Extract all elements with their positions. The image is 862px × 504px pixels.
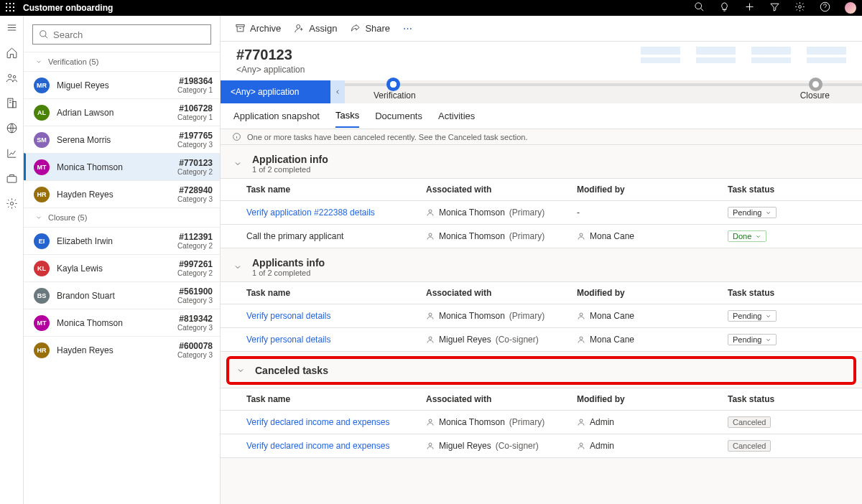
bpf-label: Verification bbox=[374, 90, 416, 101]
svg-point-9 bbox=[8, 75, 11, 78]
bpf-active-stage[interactable]: <Any> application bbox=[221, 80, 330, 103]
tab-activities[interactable]: Activities bbox=[438, 105, 475, 127]
modified-by: Mona Cane bbox=[577, 335, 728, 345]
search-input[interactable] bbox=[53, 29, 205, 40]
customer-name: Monica Thomson bbox=[57, 318, 170, 328]
main-area: Archive Assign Share ⋯ #770123 <Any> app… bbox=[221, 16, 862, 504]
status-badge[interactable]: Canceled bbox=[728, 416, 771, 428]
customer-id: #561900 bbox=[177, 286, 213, 297]
list-item[interactable]: MR Miguel Reyes #198364Category 1 bbox=[24, 71, 220, 98]
task-link[interactable]: Verify declared income and expenses bbox=[246, 441, 389, 451]
list-item[interactable]: SM Serena Morris #197765Category 3 bbox=[24, 126, 220, 153]
section-canceled-tasks[interactable]: Canceled tasks bbox=[229, 359, 853, 382]
svg-point-25 bbox=[429, 210, 432, 213]
list-item[interactable]: KL Kayla Lewis #997261Category 2 bbox=[24, 254, 220, 281]
status-badge[interactable]: Pending bbox=[728, 334, 777, 345]
avatar[interactable] bbox=[845, 2, 856, 14]
menu-icon[interactable] bbox=[6, 22, 18, 37]
modified-by: Mona Cane bbox=[577, 231, 728, 241]
chevron-down-icon bbox=[233, 263, 242, 271]
plus-icon[interactable] bbox=[744, 1, 755, 14]
list-item[interactable]: AL Adrian Lawson #106728Category 1 bbox=[24, 98, 220, 126]
list-item[interactable]: MT Monica Thomson #770123Category 2 bbox=[24, 153, 220, 180]
associated-with: Miguel Reyes (Co-signer) bbox=[426, 335, 577, 345]
section-application-info[interactable]: Application info1 of 2 completed bbox=[221, 145, 862, 178]
svg-point-28 bbox=[429, 313, 432, 316]
group-label: Verification (5) bbox=[48, 57, 98, 66]
search-icon[interactable] bbox=[694, 1, 705, 14]
gear-icon[interactable] bbox=[794, 1, 805, 14]
filter-icon[interactable] bbox=[769, 1, 780, 14]
status-badge[interactable]: Pending bbox=[728, 310, 777, 322]
customer-name: Brandon Stuart bbox=[57, 291, 170, 301]
avatar: MT bbox=[34, 159, 50, 175]
app-title: Customer onboarding bbox=[23, 3, 113, 13]
tab-documents[interactable]: Documents bbox=[375, 105, 422, 127]
list-item[interactable]: EI Elizabeth Irwin #112391Category 2 bbox=[24, 227, 220, 254]
page-title: #770123 bbox=[236, 47, 305, 63]
customer-category: Category 3 bbox=[177, 351, 213, 359]
help-icon[interactable] bbox=[820, 1, 830, 14]
bpf-node-verification[interactable] bbox=[386, 78, 400, 91]
svg-point-0 bbox=[695, 3, 702, 9]
page-subtitle: <Any> application bbox=[236, 65, 305, 75]
table-row: Verify application #222388 details Monic… bbox=[221, 201, 862, 225]
list-item[interactable]: MT Monica Thomson #819342Category 3 bbox=[24, 309, 220, 336]
section-applicants-info[interactable]: Applicants info1 of 2 completed bbox=[221, 248, 862, 281]
list-item[interactable]: BS Brandon Stuart #561900Category 3 bbox=[24, 281, 220, 309]
briefcase-icon[interactable] bbox=[6, 172, 18, 187]
more-button[interactable]: ⋯ bbox=[403, 23, 412, 34]
command-bar: Archive Assign Share ⋯ bbox=[221, 16, 862, 42]
list-item[interactable]: HR Hayden Reyes #728940Category 3 bbox=[24, 180, 220, 207]
bpf-node-closure[interactable] bbox=[809, 78, 822, 91]
svg-rect-12 bbox=[12, 101, 15, 108]
avatar: HR bbox=[34, 187, 50, 202]
chevron-down-icon bbox=[35, 58, 42, 65]
svg-point-31 bbox=[580, 337, 583, 340]
task-link[interactable]: Verify personal details bbox=[246, 311, 330, 321]
status-badge[interactable]: Pending bbox=[728, 207, 777, 218]
task-link[interactable]: Verify personal details bbox=[246, 335, 330, 345]
header-placeholders bbox=[641, 47, 846, 63]
customer-name: Kayla Lewis bbox=[57, 263, 170, 274]
svg-point-4 bbox=[799, 6, 802, 9]
customer-name: Elizabeth Irwin bbox=[57, 236, 170, 246]
svg-point-10 bbox=[13, 75, 16, 78]
task-name: Call the primary applicant bbox=[246, 231, 343, 241]
share-button[interactable]: Share bbox=[350, 23, 390, 34]
waffle-icon[interactable] bbox=[6, 3, 16, 13]
applicants-table: Task nameAssociated withModified byTask … bbox=[221, 281, 862, 352]
group-label: Closure (5) bbox=[48, 213, 87, 222]
assign-button[interactable]: Assign bbox=[294, 23, 337, 34]
associated-with: Monica Thomson (Primary) bbox=[426, 231, 577, 241]
globe-icon[interactable] bbox=[6, 122, 18, 137]
group-closure[interactable]: Closure (5) bbox=[24, 207, 220, 227]
avatar: AL bbox=[34, 105, 50, 121]
customer-category: Category 3 bbox=[177, 297, 213, 304]
home-icon[interactable] bbox=[6, 47, 18, 62]
bpf-chevron[interactable] bbox=[330, 80, 345, 103]
group-verification[interactable]: Verification (5) bbox=[24, 52, 220, 71]
task-link[interactable]: Verify application #222388 details bbox=[246, 207, 375, 218]
status-badge[interactable]: Done bbox=[728, 230, 766, 242]
building-icon[interactable] bbox=[6, 97, 18, 112]
archive-button[interactable]: Archive bbox=[235, 23, 281, 34]
svg-point-17 bbox=[10, 202, 13, 205]
canceled-highlight: Canceled tasks bbox=[226, 356, 856, 385]
status-badge[interactable]: Canceled bbox=[728, 440, 771, 452]
avatar: KL bbox=[34, 261, 50, 276]
people-icon[interactable] bbox=[6, 72, 18, 87]
nav-rail bbox=[0, 16, 24, 504]
tab-snapshot[interactable]: Application snapshot bbox=[233, 105, 320, 127]
settings-icon[interactable] bbox=[6, 197, 18, 213]
search-box[interactable] bbox=[32, 24, 211, 45]
tab-tasks[interactable]: Tasks bbox=[335, 104, 359, 128]
chart-icon[interactable] bbox=[6, 147, 18, 162]
list-item[interactable]: HR Hayden Reyes #600078Category 3 bbox=[24, 336, 220, 363]
associated-with: Monica Thomson (Primary) bbox=[426, 207, 577, 218]
avatar: MT bbox=[34, 315, 50, 331]
bulb-icon[interactable] bbox=[719, 1, 730, 14]
customer-id: #197765 bbox=[177, 131, 213, 141]
bpf-bar: <Any> application Verification Closure bbox=[221, 80, 862, 103]
task-link[interactable]: Verify declared income and expenses bbox=[246, 417, 389, 427]
